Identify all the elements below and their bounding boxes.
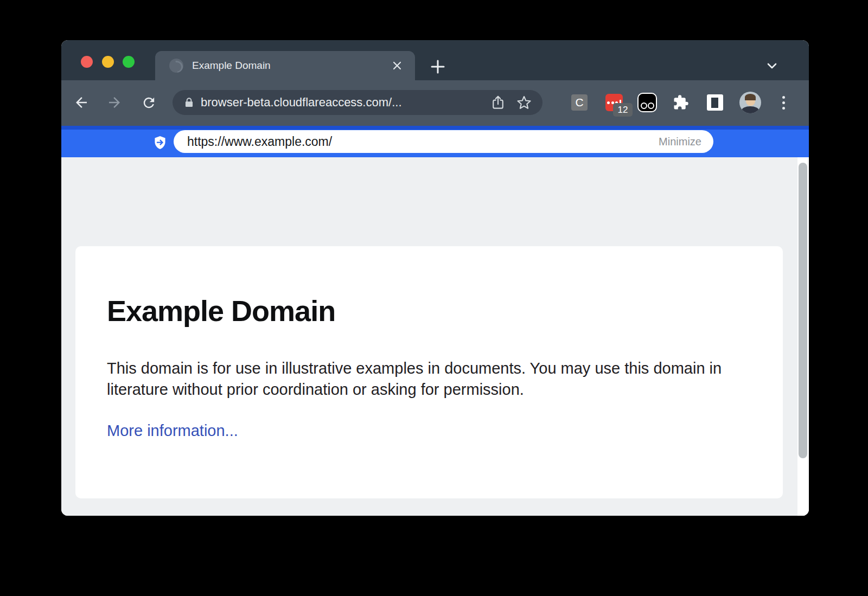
avatar[interactable] [739,92,761,113]
panel-inner [711,98,718,108]
panel-icon[interactable] [707,94,723,111]
refresh-icon[interactable] [139,93,158,112]
ring [641,102,647,109]
kebab-icon[interactable] [781,94,786,111]
close-icon[interactable] [391,60,403,72]
avatar-hair [745,94,756,100]
close-window-button[interactable] [81,56,93,68]
ring [648,102,654,109]
extension-c-label: C [575,96,583,109]
notification-count: 12 [618,105,628,116]
scrollbar-track[interactable] [797,157,809,516]
page-title: Example Domain [107,294,751,328]
page-content: Example Domain This domain is for use in… [61,157,809,516]
address-bar[interactable]: browser-beta.cloudflareaccess.com/... [173,90,542,115]
dot [607,101,610,104]
tab-example-domain[interactable]: Example Domain [155,51,415,80]
share-icon[interactable] [489,94,507,111]
chevron-down-icon[interactable] [764,60,780,73]
star-icon[interactable] [515,94,533,111]
two-circles-icon[interactable] [637,93,657,112]
arrow-right-icon[interactable] [105,93,124,112]
puzzle-icon[interactable] [673,94,689,111]
tab-title: Example Domain [192,60,391,72]
address-bar-url: browser-beta.cloudflareaccess.com/... [201,95,489,110]
scrollbar-thumb[interactable] [799,163,807,458]
extension-c-icon[interactable]: C [571,94,588,111]
remote-url: https://www.example.com/ [187,134,659,149]
remote-url-field[interactable]: https://www.example.com/ Minimize [174,130,713,153]
tab-strip: Example Domain [61,40,809,80]
notification-badge: 12 [613,103,633,117]
minimize-button[interactable]: Minimize [659,136,701,148]
arrow-left-icon[interactable] [72,93,91,112]
browser-window: Example Domain browser-beta.cloudflareac… [61,40,809,516]
minimize-window-button[interactable] [102,56,114,68]
shield-arrow-icon [152,135,168,150]
fullscreen-window-button[interactable] [123,56,135,68]
globe-icon [169,59,183,73]
lock-icon[interactable] [183,97,195,108]
plus-icon[interactable] [430,59,446,75]
more-information-link[interactable]: More information... [107,422,238,440]
cloudflare-access-bar: https://www.example.com/ Minimize [61,126,809,157]
page-body-text: This domain is for use in illustrative e… [107,358,736,400]
example-domain-card: Example Domain This domain is for use in… [75,246,783,498]
